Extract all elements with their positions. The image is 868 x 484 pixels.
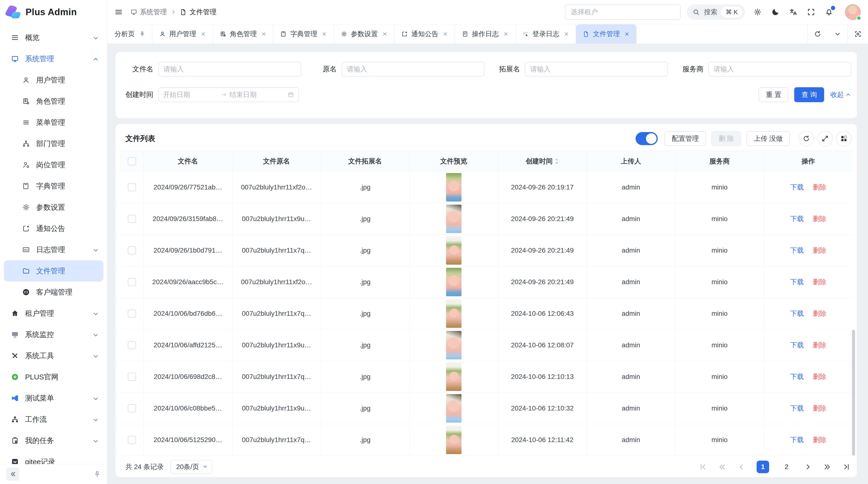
page-size-select[interactable]: 20条/页 — [170, 460, 212, 474]
tabs-more-chevron-icon[interactable] — [828, 24, 847, 44]
sidebar-item-menu-management[interactable]: 菜单管理 — [4, 112, 103, 133]
delete-link[interactable]: 删除 — [813, 435, 826, 445]
delete-link[interactable]: 删除 — [813, 341, 826, 350]
sidebar-collapse-button[interactable] — [6, 467, 19, 481]
delete-link[interactable]: 删除 — [813, 246, 826, 255]
config-management-button[interactable]: 配置管理 — [664, 131, 706, 146]
sidebar-item-role-management[interactable]: 角色管理 — [4, 91, 103, 112]
file-preview-image[interactable] — [446, 173, 462, 201]
delete-link[interactable]: 删除 — [813, 309, 826, 318]
sidebar-item-user-management[interactable]: 用户管理 — [4, 69, 103, 91]
sidebar-item-department-management[interactable]: 部门管理 — [4, 133, 103, 154]
next-page-icon[interactable] — [804, 463, 812, 471]
sidebar-item-file-management[interactable]: 文件管理 — [4, 260, 103, 282]
sidebar-item-system-management[interactable]: 系统管理 — [4, 48, 103, 69]
table-scrollbar[interactable] — [852, 330, 855, 456]
notification-bell-icon[interactable] — [825, 8, 833, 17]
download-link[interactable]: 下载 — [790, 183, 804, 192]
row-checkbox[interactable] — [128, 341, 136, 349]
file-preview-image[interactable] — [446, 299, 462, 328]
sidebar-item-workflow[interactable]: 工作流 — [4, 409, 103, 430]
sidebar-item-my-tasks[interactable]: 我的任务 — [4, 430, 103, 451]
file-preview-image[interactable] — [446, 236, 462, 265]
tab-operation-log[interactable]: 操作日志 — [455, 24, 516, 44]
prev-5-pages-icon[interactable] — [718, 463, 726, 471]
file-preview-image[interactable] — [446, 394, 462, 423]
table-fullscreen-icon[interactable] — [817, 131, 833, 146]
dark-mode-moon-icon[interactable] — [771, 8, 780, 17]
close-icon[interactable] — [200, 31, 206, 37]
sidebar-item-overview[interactable]: 概览 — [4, 27, 103, 48]
download-link[interactable]: 下载 — [790, 278, 804, 287]
delete-link[interactable]: 删除 — [813, 404, 826, 413]
delete-link[interactable]: 删除 — [813, 183, 826, 192]
row-checkbox[interactable] — [128, 246, 136, 255]
stripe-toggle[interactable] — [636, 132, 658, 145]
download-link[interactable]: 下载 — [790, 309, 804, 318]
sidebar-item-notice[interactable]: 通知公告 — [4, 218, 103, 239]
file-preview-image[interactable] — [446, 362, 462, 391]
sidebar-item-client-management[interactable]: 客户端管理 — [4, 282, 103, 303]
col-created-time[interactable]: 创建时间 — [498, 151, 587, 171]
pin-icon[interactable] — [139, 31, 145, 37]
provider-input[interactable] — [708, 62, 851, 77]
content-fullscreen-icon[interactable] — [847, 24, 868, 44]
close-icon[interactable] — [322, 31, 327, 37]
delete-link[interactable]: 删除 — [813, 214, 826, 223]
download-link[interactable]: 下载 — [790, 246, 804, 255]
tab-dict-management[interactable]: 字典管理 — [273, 24, 334, 44]
file-preview-image[interactable] — [446, 426, 462, 454]
close-icon[interactable] — [261, 31, 267, 37]
tab-analysis[interactable]: 分析页 — [107, 24, 152, 44]
row-checkbox[interactable] — [128, 436, 136, 444]
reset-button[interactable]: 重 置 — [758, 87, 788, 102]
date-range-picker[interactable]: 开始日期 结束日期 — [158, 87, 299, 102]
row-checkbox[interactable] — [128, 215, 136, 223]
tab-role-management[interactable]: 角色管理 — [213, 24, 273, 44]
download-link[interactable]: 下载 — [790, 341, 804, 350]
close-icon[interactable] — [503, 31, 508, 37]
breadcrumb-current[interactable]: 文件管理 — [180, 7, 217, 17]
tab-notice[interactable]: 通知公告 — [395, 24, 455, 44]
next-5-pages-icon[interactable] — [823, 463, 831, 471]
upload-button[interactable]: 上传 没做 — [746, 131, 790, 146]
file-preview-image[interactable] — [446, 331, 462, 359]
sidebar-item-system-tools[interactable]: 系统工具 — [4, 345, 103, 366]
tab-user-management[interactable]: 用户管理 — [152, 24, 213, 44]
sidebar-item-tenant-management[interactable]: 租户管理 — [4, 303, 103, 324]
row-checkbox[interactable] — [128, 310, 136, 318]
column-settings-icon[interactable] — [836, 131, 851, 146]
download-link[interactable]: 下载 — [790, 372, 804, 381]
sidebar-item-system-monitor[interactable]: 系统监控 — [4, 324, 103, 345]
tabs-refresh-icon[interactable] — [807, 24, 828, 44]
sidebar-item-gitee-log[interactable]: gitee记录 — [4, 451, 103, 464]
user-avatar[interactable] — [845, 4, 861, 20]
hamburger-menu-icon[interactable] — [114, 8, 123, 17]
page-2-button[interactable]: 2 — [780, 461, 793, 473]
sidebar-item-param-settings[interactable]: 参数设置 — [4, 197, 103, 218]
search-button[interactable]: 查 询 — [794, 87, 824, 102]
sidebar-item-log-management[interactable]: DEV 日志管理 — [4, 239, 103, 260]
last-page-icon[interactable] — [842, 463, 850, 471]
file-name-input[interactable] — [158, 62, 301, 77]
row-checkbox[interactable] — [128, 278, 136, 286]
page-1-button[interactable]: 1 — [756, 461, 769, 473]
translate-icon[interactable] — [789, 8, 798, 17]
prev-page-icon[interactable] — [737, 463, 745, 471]
select-all-checkbox[interactable] — [128, 157, 136, 165]
delete-button[interactable]: 删 除 — [711, 131, 741, 146]
download-link[interactable]: 下载 — [790, 214, 804, 223]
tab-param-settings[interactable]: 参数设置 — [334, 24, 395, 44]
file-preview-image[interactable] — [446, 205, 462, 233]
tab-file-management[interactable]: 文件管理 — [576, 24, 637, 44]
tab-login-log[interactable]: 登录日志 — [516, 24, 576, 44]
delete-link[interactable]: 删除 — [813, 372, 826, 381]
sort-icon[interactable] — [555, 158, 559, 164]
collapse-filters-link[interactable]: 收起 — [830, 90, 851, 99]
sidebar-item-test-menu[interactable]: 测试菜单 — [4, 388, 103, 409]
sidebar-item-post-management[interactable]: 岗位管理 — [4, 154, 103, 175]
close-icon[interactable] — [443, 31, 448, 37]
global-search[interactable]: 搜索 ⌘ K — [687, 4, 745, 20]
first-page-icon[interactable] — [699, 463, 707, 471]
close-icon[interactable] — [624, 31, 629, 37]
